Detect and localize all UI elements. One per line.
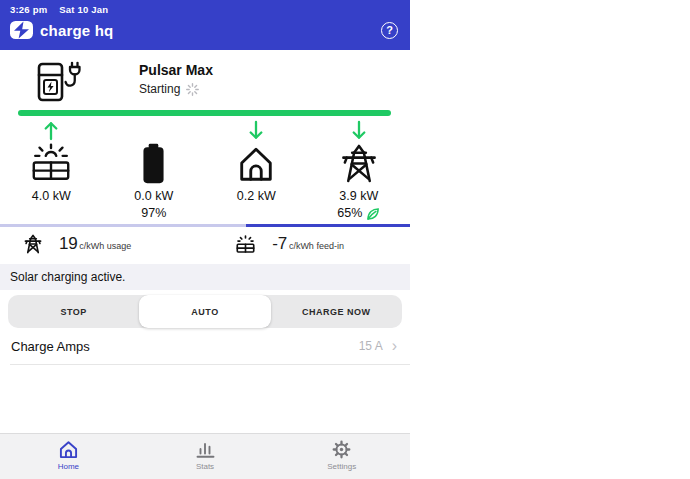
stop-button-label: STOP xyxy=(60,307,86,317)
indicator-dark-segment xyxy=(246,224,410,227)
battery-icon xyxy=(142,143,165,184)
help-button[interactable]: ? xyxy=(381,22,398,39)
usage-rate-unit: c/kWh usage xyxy=(79,241,131,251)
charge-amps-label: Charge Amps xyxy=(11,339,90,354)
grid-tower-icon xyxy=(23,234,43,254)
chargehq-logo-icon xyxy=(9,20,34,40)
usage-rate-value: 19 xyxy=(59,234,77,254)
charger-info: Pulsar Max Starting xyxy=(139,61,213,103)
page-indicator-line xyxy=(0,224,410,227)
status-bar: 3:26 pm Sat 10 Jan xyxy=(0,0,410,15)
nav-item-stats[interactable]: Stats xyxy=(137,434,274,479)
nav-stats-label: Stats xyxy=(196,462,214,471)
charging-progress-bar xyxy=(18,110,391,116)
nav-item-home[interactable]: Home xyxy=(0,434,137,479)
charge-amps-value: 15 A xyxy=(359,339,383,353)
nav-home-label: Home xyxy=(58,462,79,471)
help-question-icon: ? xyxy=(386,24,393,36)
grid-renewables-percent: 65% xyxy=(337,206,362,221)
charge-amps-row[interactable]: Charge Amps 15 A › xyxy=(0,328,410,364)
grid-renewables: 65% xyxy=(308,206,411,221)
arrow-up-icon xyxy=(43,120,59,141)
app-title: charge hq xyxy=(40,22,113,39)
charger-status-text: Starting xyxy=(139,82,180,96)
spinner-icon xyxy=(186,83,199,96)
charge-mode-control: STOP AUTO CHARGE NOW xyxy=(8,295,402,328)
feed-in-rate-unit: c/kWh feed-in xyxy=(289,241,344,251)
ev-charger-icon xyxy=(36,61,82,103)
solar-panel-icon xyxy=(235,235,256,254)
charge-now-button-label: CHARGE NOW xyxy=(302,307,371,317)
power-flow-panel: 4.0 kW 0.0 kW 97% xyxy=(0,120,410,221)
battery-power-value: 0.0 kW xyxy=(103,189,206,204)
charger-name: Pulsar Max xyxy=(139,62,213,78)
auto-button[interactable]: AUTO xyxy=(139,295,270,328)
feed-in-rate-value: -7 xyxy=(272,234,287,254)
arrow-down-icon xyxy=(351,120,367,141)
gear-icon xyxy=(332,440,351,459)
chevron-right-icon: › xyxy=(392,340,397,352)
status-time: 3:26 pm xyxy=(10,4,47,15)
status-date: Sat 10 Jan xyxy=(59,4,108,15)
battery-flow-column: 0.0 kW 97% xyxy=(103,120,206,221)
indicator-light-segment xyxy=(0,224,246,227)
battery-soc: 97% xyxy=(103,206,206,221)
charger-status: Starting xyxy=(139,82,213,96)
leaf-icon xyxy=(366,207,380,221)
brand-row: charge hq ? xyxy=(0,15,410,40)
nav-settings-label: Settings xyxy=(327,462,356,471)
bottom-nav-bar: Home Stats xyxy=(0,433,410,479)
grid-tower-icon xyxy=(338,143,380,184)
stats-bars-icon xyxy=(195,440,216,459)
charger-section: Pulsar Max Starting xyxy=(0,50,410,103)
feed-in-tariff[interactable]: -7 c/kWh feed-in xyxy=(235,234,344,254)
app-header: 3:26 pm Sat 10 Jan charge hq ? xyxy=(0,0,410,50)
solar-panel-icon xyxy=(29,143,73,183)
grid-power-value: 3.9 kW xyxy=(308,189,411,204)
status-message: Solar charging active. xyxy=(0,264,410,290)
home-flow-column: 0.2 kW xyxy=(205,120,308,221)
row-divider xyxy=(10,364,410,365)
nav-item-settings[interactable]: Settings xyxy=(273,434,410,479)
solar-power-value: 4.0 kW xyxy=(0,189,103,204)
charge-amps-value-group: 15 A › xyxy=(359,339,397,353)
home-power-value: 0.2 kW xyxy=(205,189,308,204)
solar-flow-column: 4.0 kW xyxy=(0,120,103,221)
home-icon xyxy=(58,440,79,459)
status-message-text: Solar charging active. xyxy=(10,270,125,284)
screen: 3:26 pm Sat 10 Jan charge hq ? xyxy=(0,0,690,479)
stop-button[interactable]: STOP xyxy=(8,295,139,328)
usage-tariff[interactable]: 19 c/kWh usage xyxy=(23,234,131,254)
arrow-down-icon xyxy=(248,120,264,141)
auto-button-label: AUTO xyxy=(191,307,218,317)
charge-now-button[interactable]: CHARGE NOW xyxy=(271,295,402,328)
house-icon xyxy=(236,144,276,183)
grid-flow-column: 3.9 kW 65% xyxy=(308,120,411,221)
tariff-row: 19 c/kWh usage -7 c/kWh feed-in xyxy=(0,227,410,261)
chargehq-app-window: 3:26 pm Sat 10 Jan charge hq ? xyxy=(0,0,410,479)
